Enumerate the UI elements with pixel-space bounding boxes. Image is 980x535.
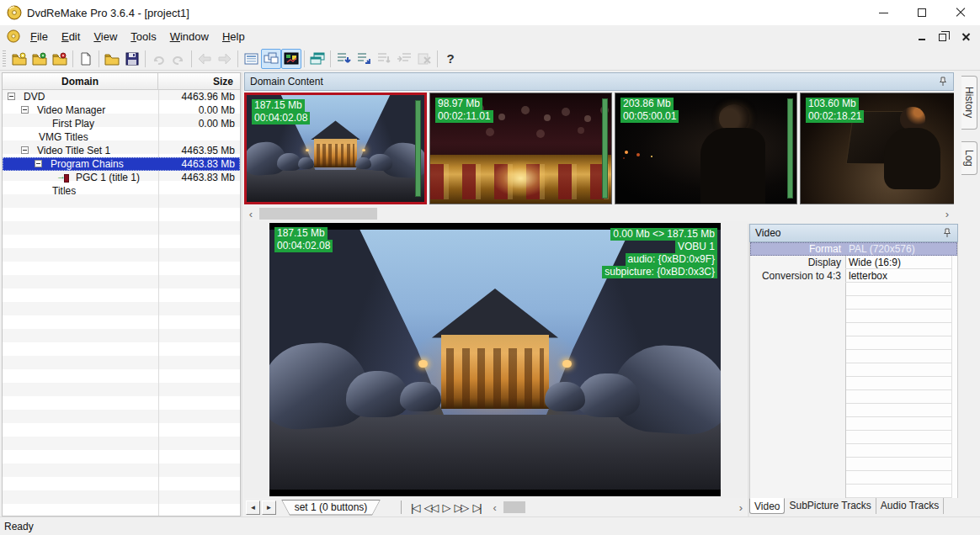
discard-edits-button[interactable] <box>414 49 434 69</box>
cell-fill-bar <box>787 98 793 199</box>
tab-audio-tracks[interactable]: Audio Tracks <box>876 498 944 514</box>
tree-item-label: VMG Titles <box>36 131 91 143</box>
menu-file[interactable]: File <box>24 28 55 45</box>
navigate-back-button[interactable] <box>194 49 215 69</box>
tree-item-label: Program Chains <box>48 158 126 170</box>
details-view-button[interactable] <box>241 49 261 69</box>
open-dvd-red-button[interactable] <box>50 49 70 69</box>
scroll-right-arrow[interactable]: › <box>940 207 954 220</box>
cell-size-label: 98.97 Mb 00:02:11.01 <box>435 98 493 123</box>
pin-icon[interactable] <box>938 77 948 87</box>
mdi-close-button[interactable] <box>955 28 977 45</box>
redo-button[interactable] <box>168 49 189 69</box>
cell-thumbnail-1[interactable]: 187.15 Mb 00:04:02.08 <box>244 93 427 204</box>
import-segment-button[interactable] <box>394 49 414 69</box>
step-forward-button[interactable]: ▷▷ <box>451 501 470 514</box>
menu-help[interactable]: Help <box>216 28 252 45</box>
go-last-button[interactable]: ▷| <box>470 501 482 514</box>
preview-scrollbar[interactable]: ‹ › <box>488 501 748 514</box>
preview-pane: 187.15 Mb 00:04:02.08 0.00 Mb <> 187.15 … <box>244 221 748 498</box>
nav-separator <box>401 501 402 514</box>
mdi-minimize-icon <box>919 39 925 40</box>
go-first-button[interactable]: |◁ <box>408 501 421 514</box>
mdi-restore-button[interactable] <box>933 28 955 45</box>
thumbnails-view-button[interactable] <box>261 49 281 69</box>
menu-window[interactable]: Window <box>163 28 216 45</box>
export-segment-button[interactable] <box>374 49 394 69</box>
toolbar-grip[interactable] <box>3 50 6 67</box>
cell-size-label: 103.60 Mb 00:02:18.21 <box>806 98 864 123</box>
minimize-button[interactable] <box>864 0 903 25</box>
pin-icon[interactable] <box>942 228 952 238</box>
tree-item-titles[interactable]: Titles <box>3 184 240 198</box>
collapse-box-icon[interactable] <box>21 106 29 114</box>
cascade-windows-button[interactable] <box>307 49 328 69</box>
help-button[interactable]: ? <box>440 49 461 69</box>
tree-item-dvd[interactable]: DVD 4463.96 Mb <box>3 90 240 103</box>
app-window: DvdReMake Pro 3.6.4 - [project1] File Ed… <box>0 0 980 535</box>
panel-splitter[interactable] <box>241 72 242 516</box>
scroll-left-arrow[interactable]: ‹ <box>244 207 258 220</box>
set-prev-button[interactable]: ◄ <box>246 501 260 515</box>
menu-edit[interactable]: Edit <box>55 28 87 45</box>
save-project-button[interactable] <box>122 49 142 69</box>
maximize-button[interactable] <box>903 0 941 25</box>
close-button[interactable] <box>941 0 980 25</box>
collapse-box-icon[interactable] <box>8 93 15 100</box>
tab-log[interactable]: Log <box>961 141 977 175</box>
export-dvd-button[interactable] <box>333 49 354 69</box>
toolbar-separator <box>237 50 238 67</box>
menu-set-tab[interactable]: set 1 (0 buttons) <box>281 500 381 516</box>
export-menu-button[interactable] <box>354 49 374 69</box>
property-row-format[interactable]: Format PAL (720x576) <box>750 242 957 256</box>
menu-view[interactable]: View <box>87 28 124 45</box>
new-project-button[interactable] <box>76 49 96 69</box>
tree-item-first-play[interactable]: First Play 0.00 Mb <box>3 117 240 130</box>
mdi-minimize-button[interactable] <box>911 28 933 45</box>
scroll-right-arrow[interactable]: › <box>734 501 748 514</box>
collapse-box-icon[interactable] <box>35 160 42 167</box>
property-row-conversion[interactable]: Conversion to 4:3 letterbox <box>750 269 957 283</box>
tab-subpicture-tracks[interactable]: SubPicture Tracks <box>785 498 876 514</box>
preview-mode-button[interactable] <box>281 49 301 69</box>
collapse-box-icon[interactable] <box>21 146 29 154</box>
domain-content-title: Domain Content <box>250 76 938 87</box>
tree-item-vmg-titles[interactable]: VMG Titles <box>3 130 240 144</box>
video-frame[interactable]: 187.15 Mb 00:04:02.08 0.00 Mb <> 187.15 … <box>269 223 721 496</box>
tab-video[interactable]: Video <box>749 498 785 514</box>
step-back-button[interactable]: ◁◁ <box>421 501 439 514</box>
help-icon: ? <box>446 51 454 66</box>
tree-column-size[interactable]: Size <box>158 73 240 89</box>
play-button[interactable]: ▷ <box>439 501 451 514</box>
navigate-forward-button[interactable] <box>215 49 235 69</box>
tab-history[interactable]: History <box>961 76 977 130</box>
menu-tools[interactable]: Tools <box>124 28 162 45</box>
cell-thumbnail-4[interactable]: 103.60 Mb 00:02:18.21 <box>800 93 954 204</box>
tree-item-pgc-1[interactable]: PGC 1 (title 1) 4463.83 Mb <box>3 171 240 184</box>
tree-item-program-chains[interactable]: Program Chains 4463.83 Mb <box>3 157 240 171</box>
properties-tab-bar: Video SubPicture Tracks Audio Tracks <box>749 498 958 516</box>
scroll-left-arrow[interactable]: ‹ <box>488 501 502 514</box>
open-project-button[interactable] <box>102 49 122 69</box>
tree-header: Domain Size <box>3 73 240 90</box>
tree-item-size: 4463.95 Mb <box>182 145 235 156</box>
pgc-icon <box>56 172 70 183</box>
preview-nav-bar: ◄ ► set 1 (0 buttons) |◁ ◁◁ ▷ ▷▷ ▷| ‹ › <box>244 498 748 516</box>
open-dvd-yellow-button[interactable] <box>9 49 29 69</box>
scrollbar-thumb[interactable] <box>503 501 525 513</box>
cell-size-label: 187.15 Mb 00:04:02.08 <box>252 99 310 124</box>
cell-fill-bar <box>602 98 608 199</box>
cell-thumbnail-3[interactable]: 203.86 Mb 00:05:00.01 <box>615 93 797 204</box>
tree-column-domain[interactable]: Domain <box>3 73 158 89</box>
tree-item-video-manager[interactable]: Video Manager 0.00 Mb <box>3 103 240 117</box>
cell-thumbnail-2[interactable]: 98.97 Mb 00:02:11.01 <box>429 93 612 204</box>
thumbnails-scrollbar[interactable]: ‹ › <box>244 207 954 220</box>
property-row-display[interactable]: Display Wide (16:9) <box>750 256 957 269</box>
scrollbar-thumb[interactable] <box>259 208 377 220</box>
open-dvd-green-button[interactable] <box>29 49 50 69</box>
set-next-button[interactable]: ► <box>262 501 276 515</box>
undo-button[interactable] <box>148 49 168 69</box>
tree-item-size: 0.00 Mb <box>199 118 235 130</box>
tree-item-video-title-set-1[interactable]: Video Title Set 1 4463.95 Mb <box>3 144 240 157</box>
tree-item-label: Titles <box>50 185 78 197</box>
